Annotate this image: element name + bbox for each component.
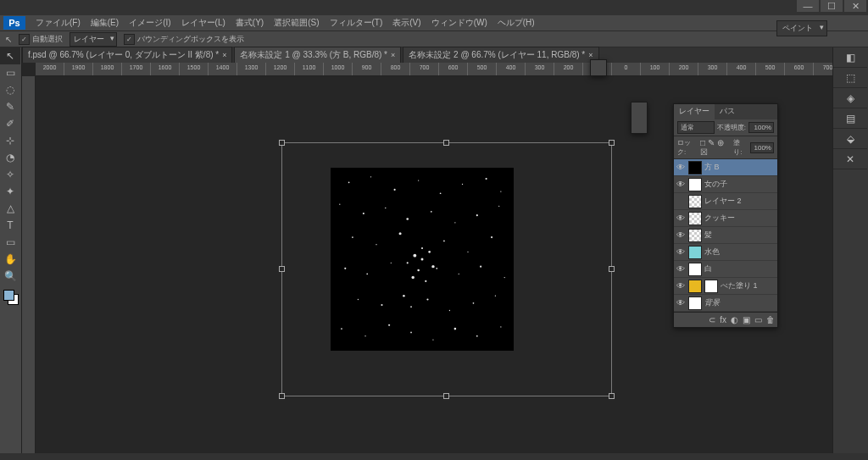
auto-select-target-dropdown[interactable]: レイヤー: [70, 32, 117, 47]
layer-name[interactable]: 女の子: [704, 179, 776, 190]
layer-row[interactable]: 👁髪: [674, 227, 777, 244]
layer-row[interactable]: 👁方 B: [674, 159, 777, 176]
lock-icons[interactable]: □ ✎ ⊕ ☒: [700, 138, 731, 157]
blend-mode-dropdown[interactable]: 通常: [677, 121, 715, 134]
visibility-toggle[interactable]: 👁: [676, 230, 686, 240]
handle-top-mid[interactable]: [443, 140, 449, 146]
layer-action-icon[interactable]: ⊂: [709, 315, 715, 324]
layer-list: 👁方 B👁女の子レイヤー 2👁クッキー👁髪👁水色👁白👁べた塗り 1👁背景: [674, 159, 777, 312]
tool-button[interactable]: ✦: [0, 183, 20, 200]
menu-item[interactable]: フィルター(T): [325, 17, 388, 29]
handle-bot-right[interactable]: [609, 393, 615, 399]
ruler-tick: 1500: [180, 63, 209, 75]
layer-row[interactable]: レイヤー 2: [674, 193, 777, 210]
document-tab[interactable]: 名称未設定 2 @ 66.7% (レイヤー 11, RGB/8) *×: [403, 47, 598, 63]
panel-icon[interactable]: ◈: [833, 88, 867, 108]
tool-button[interactable]: ▭: [0, 234, 20, 251]
fg-color[interactable]: [3, 290, 14, 301]
tab-close-icon[interactable]: ×: [391, 51, 395, 59]
panel-icon[interactable]: ✕: [833, 149, 867, 169]
handle-top-left[interactable]: [279, 140, 285, 146]
layer-name[interactable]: 背景: [704, 297, 776, 308]
layer-name[interactable]: 髪: [704, 230, 776, 241]
tool-button[interactable]: T: [0, 217, 20, 234]
menu-item[interactable]: 表示(V): [387, 17, 426, 29]
visibility-toggle[interactable]: 👁: [676, 163, 686, 172]
layer-action-icon[interactable]: 🗑: [766, 315, 775, 324]
window-maximize[interactable]: ☐: [821, 0, 843, 12]
tool-button[interactable]: ◔: [0, 149, 20, 166]
menu-item[interactable]: 書式(Y): [231, 17, 269, 29]
layer-row[interactable]: 👁女の子: [674, 176, 777, 193]
tab-layers[interactable]: レイヤー: [674, 104, 715, 119]
fill-value[interactable]: 100%: [750, 142, 774, 153]
tool-button[interactable]: ▭: [0, 64, 20, 81]
handle-top-right[interactable]: [609, 140, 615, 146]
show-bounding-box-checkbox[interactable]: バウンディングボックスを表示: [124, 34, 244, 45]
handle-bot-left[interactable]: [279, 393, 285, 399]
menu-item[interactable]: イメージ(I): [124, 17, 175, 29]
handle-mid-left[interactable]: [279, 266, 285, 272]
tool-button[interactable]: 🔍: [0, 268, 20, 285]
document-tab[interactable]: 名称未設定 1 @ 33.3% (方 B, RGB/8) *×: [234, 47, 401, 63]
layer-name[interactable]: 水色: [704, 247, 776, 258]
transform-bounding-box[interactable]: [281, 142, 612, 396]
mini-panel-1[interactable]: [590, 59, 607, 76]
panel-icon[interactable]: ▤: [833, 108, 867, 129]
menu-item[interactable]: ヘルプ(H): [492, 17, 540, 29]
layer-name[interactable]: クッキー: [704, 213, 776, 224]
layer-row[interactable]: 👁クッキー: [674, 210, 777, 227]
tab-close-icon[interactable]: ×: [588, 51, 593, 59]
visibility-toggle[interactable]: 👁: [676, 247, 686, 257]
workspace-switcher[interactable]: ペイント: [776, 20, 827, 36]
ruler-tick: 2000: [36, 63, 64, 75]
handle-bot-mid[interactable]: [443, 393, 449, 399]
visibility-toggle[interactable]: 👁: [676, 180, 686, 189]
tool-button[interactable]: ✎: [0, 98, 20, 115]
tool-button[interactable]: ↖: [0, 47, 20, 64]
menu-item[interactable]: 編集(E): [86, 17, 124, 29]
layer-action-icon[interactable]: fx: [720, 315, 726, 324]
tool-button[interactable]: ✐: [0, 115, 20, 132]
layer-action-icon[interactable]: ▭: [754, 315, 762, 324]
auto-select-checkbox[interactable]: 自動選択: [19, 34, 63, 45]
layer-row[interactable]: 👁水色: [674, 244, 777, 261]
tool-button[interactable]: ✧: [0, 166, 20, 183]
layer-name[interactable]: 白: [704, 263, 776, 274]
menu-item[interactable]: ファイル(F): [31, 17, 86, 29]
visibility-toggle[interactable]: 👁: [676, 281, 686, 291]
tab-close-icon[interactable]: ×: [222, 51, 226, 59]
visibility-toggle[interactable]: 👁: [676, 298, 686, 308]
opacity-value[interactable]: 100%: [748, 122, 774, 133]
tool-button[interactable]: ⊹: [0, 132, 20, 149]
layer-row[interactable]: 👁背景: [674, 295, 777, 312]
layer-action-icon[interactable]: ◐: [731, 315, 738, 324]
panel-icon[interactable]: ◧: [833, 47, 867, 68]
tool-button[interactable]: △: [0, 200, 20, 217]
tool-button[interactable]: ◌: [0, 81, 20, 98]
layer-name[interactable]: 方 B: [704, 162, 776, 173]
document-tab[interactable]: f.psd @ 66.7% (レイヤー 0, ダブルトーン II 紫/8) *×: [22, 47, 232, 63]
layer-name[interactable]: べた塗り 1: [721, 280, 776, 291]
menu-item[interactable]: レイヤー(L): [176, 17, 231, 29]
document-tabs: f.psd @ 66.7% (レイヤー 0, ダブルトーン II 紫/8) *×…: [0, 47, 868, 63]
menu-item[interactable]: ウィンドウ(W): [426, 17, 492, 29]
color-swatch[interactable]: [3, 290, 19, 305]
handle-mid-right[interactable]: [609, 266, 615, 272]
mini-panel-2[interactable]: [631, 102, 648, 134]
layer-row[interactable]: 👁べた塗り 1: [674, 278, 777, 295]
layer-row[interactable]: 👁白: [674, 261, 777, 278]
tab-paths[interactable]: パス: [715, 104, 740, 119]
visibility-toggle[interactable]: 👁: [676, 213, 686, 223]
tool-button[interactable]: ✋: [0, 251, 20, 268]
panel-icon[interactable]: ⬙: [833, 129, 867, 149]
layer-name[interactable]: レイヤー 2: [704, 196, 776, 207]
layer-action-icon[interactable]: ▣: [743, 315, 750, 324]
layers-panel-tabs: レイヤー パス: [674, 104, 777, 119]
layer-thumb: [688, 280, 702, 293]
panel-icon[interactable]: ⬚: [833, 68, 867, 88]
window-minimize[interactable]: —: [797, 0, 819, 12]
window-close[interactable]: ✕: [844, 0, 866, 12]
visibility-toggle[interactable]: 👁: [676, 264, 686, 274]
menu-item[interactable]: 選択範囲(S): [269, 17, 324, 29]
